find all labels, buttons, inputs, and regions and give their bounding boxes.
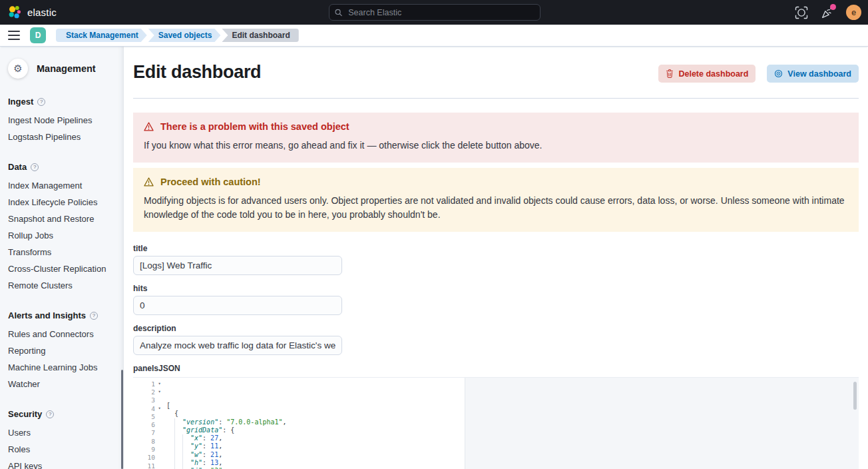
title-field-label: title [133, 244, 859, 253]
sidebar-item-watcher[interactable]: Watcher [8, 376, 114, 391]
nav-section-security: Security?UsersRolesAPI keysRole Mappings [8, 409, 114, 469]
eye-icon [774, 69, 783, 78]
newsfeed-button[interactable] [820, 5, 835, 20]
editor-code[interactable]: [ { "version": "7.0.0-alpha1", "gridData… [164, 378, 859, 469]
page-title: Edit dashboard [133, 62, 658, 83]
breadcrumb-bar: D Stack ManagementSaved objectsEdit dash… [0, 25, 868, 47]
menu-hamburger-icon[interactable] [8, 31, 20, 40]
editor-scrollbar[interactable] [853, 382, 857, 410]
nav-section-title: Security? [8, 409, 114, 419]
delete-dashboard-label: Delete dashboard [678, 69, 748, 79]
editor-line-number: 2▾ [133, 388, 164, 396]
warning-triangle-icon [144, 122, 154, 131]
editor-line-number: 5 [133, 412, 164, 420]
error-callout: There is a problem with this saved objec… [133, 113, 859, 163]
warning-triangle-icon [144, 177, 154, 187]
caution-callout-body: Modifying objects is for advanced users … [144, 194, 848, 222]
brand-name: elastic [27, 7, 57, 18]
panelsjson-label: panelsJSON [133, 364, 859, 373]
elastic-logo-icon [8, 5, 22, 19]
trash-icon [666, 69, 674, 78]
deployment-icon [795, 6, 808, 19]
editor-line-number: 7 [133, 429, 164, 437]
code-line: "w": 21, [166, 451, 859, 459]
nav-section-title: Alerts and Insights? [8, 310, 114, 320]
nav-section-title: Ingest? [8, 97, 114, 107]
help-icon: ? [90, 312, 98, 320]
sidebar-item-transforms[interactable]: Transforms [8, 244, 114, 259]
nav-section-ingest: Ingest?Ingest Node PipelinesLogstash Pip… [8, 97, 114, 144]
notification-dot [830, 4, 836, 10]
code-line: "h": 13, [166, 459, 859, 467]
nav-section-alerts-and-insights: Alerts and Insights?Rules and Connectors… [8, 310, 114, 391]
sidebar-item-logstash-pipelines[interactable]: Logstash Pipelines [8, 129, 114, 144]
help-icon: ? [46, 410, 54, 418]
code-line: "y": 11, [166, 442, 859, 450]
breadcrumb: Stack ManagementSaved objectsEdit dashbo… [56, 29, 299, 42]
search-icon [335, 9, 342, 17]
description-field-label: description [133, 324, 859, 333]
help-icon: ? [37, 98, 45, 106]
editor-line-number: 3 [133, 396, 164, 404]
editor-line-number: 4▾ [133, 404, 164, 412]
sidebar-item-ingest-node-pipelines[interactable]: Ingest Node Pipelines [8, 113, 114, 127]
caution-callout: Proceed with caution! Modifying objects … [133, 168, 859, 232]
sidebar-item-api-keys[interactable]: API keys [8, 458, 114, 469]
breadcrumb-stack-management[interactable]: Stack Management [56, 29, 147, 42]
caution-callout-title: Proceed with caution! [160, 177, 261, 187]
sidebar-item-users[interactable]: Users [8, 425, 114, 440]
editor-line-number: 11 [133, 462, 164, 469]
nav-section-title: Data? [8, 162, 114, 172]
view-dashboard-label: View dashboard [787, 69, 851, 79]
sidebar-item-snapshot-and-restore[interactable]: Snapshot and Restore [8, 211, 114, 226]
code-line: [ [166, 402, 859, 410]
view-dashboard-button[interactable]: View dashboard [767, 65, 859, 83]
editor-line-number: 8 [133, 437, 164, 445]
breadcrumb-edit-dashboard: Edit dashboard [222, 29, 298, 42]
panelsjson-editor[interactable]: 1▾2▾34▾56789101112▾13▾14▾ [ { "version":… [133, 377, 859, 469]
code-line: "x": 27, [166, 434, 859, 442]
main-content: Edit dashboard Delete dashboard [124, 47, 868, 469]
delete-dashboard-button[interactable]: Delete dashboard [658, 65, 756, 83]
sidebar-title: Management [37, 63, 96, 74]
description-input[interactable] [133, 336, 342, 355]
sidebar-item-index-lifecycle-policies[interactable]: Index Lifecycle Policies [8, 195, 114, 209]
code-line: { [166, 410, 859, 418]
sidebar-item-rules-and-connectors[interactable]: Rules and Connectors [8, 326, 114, 341]
management-sidebar: ⚙ Management Ingest?Ingest Node Pipeline… [0, 47, 124, 469]
sidebar-item-rollup-jobs[interactable]: Rollup Jobs [8, 228, 114, 242]
hits-input[interactable] [133, 296, 342, 315]
breadcrumb-saved-objects[interactable]: Saved objects [148, 29, 221, 42]
sidebar-item-index-management[interactable]: Index Management [8, 178, 114, 193]
sidebar-item-roles[interactable]: Roles [8, 442, 114, 456]
error-callout-body: If you know what this error means, go ah… [144, 139, 848, 153]
top-header-bar: elastic [0, 0, 868, 25]
elastic-logo[interactable]: elastic [8, 5, 154, 19]
sidebar-item-machine-learning-jobs[interactable]: Machine Learning Jobs [8, 360, 114, 374]
editor-line-number: 6 [133, 420, 164, 428]
search-input[interactable] [347, 7, 535, 18]
code-line: "gridData": { [166, 426, 859, 434]
editor-line-number: 1▾ [133, 380, 164, 388]
sidebar-scrollbar[interactable] [121, 370, 123, 469]
nav-section-data: Data?Index ManagementIndex Lifecycle Pol… [8, 162, 114, 292]
sidebar-item-remote-clusters[interactable]: Remote Clusters [8, 278, 114, 292]
editor-line-number: 9 [133, 445, 164, 453]
user-avatar[interactable]: e [846, 5, 861, 20]
code-line: "version": "7.0.0-alpha1", [166, 418, 859, 426]
editor-gutter: 1▾2▾34▾56789101112▾13▾14▾ [133, 378, 164, 469]
hits-field-label: hits [133, 284, 859, 293]
deployment-button[interactable] [794, 5, 809, 20]
sidebar-item-cross-cluster-replication[interactable]: Cross-Cluster Replication [8, 261, 114, 276]
global-search[interactable] [329, 4, 541, 21]
sidebar-header: ⚙ Management [8, 59, 114, 79]
sidebar-item-reporting[interactable]: Reporting [8, 343, 114, 358]
editor-line-number: 10 [133, 454, 164, 462]
help-icon: ? [31, 163, 39, 171]
header-divider [133, 98, 859, 99]
space-badge[interactable]: D [30, 27, 46, 43]
title-input[interactable] [133, 256, 342, 275]
error-callout-title: There is a problem with this saved objec… [160, 121, 349, 132]
gear-icon: ⚙ [8, 59, 28, 79]
